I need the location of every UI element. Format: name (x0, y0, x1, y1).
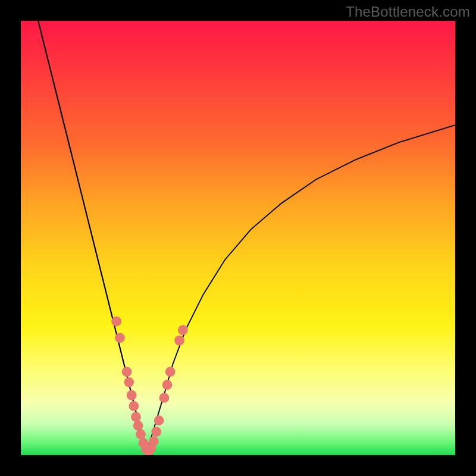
marker-point (127, 390, 137, 400)
marker-point (136, 430, 146, 440)
marker-point (129, 401, 139, 411)
marker-point (165, 367, 176, 377)
marker-point (133, 421, 143, 431)
marker-point (178, 325, 188, 335)
marker-group (111, 317, 187, 455)
marker-point (154, 415, 164, 425)
marker-point (149, 436, 159, 446)
marker-point (122, 367, 132, 377)
marker-point (162, 380, 173, 390)
marker-point (174, 336, 184, 346)
marker-point (115, 333, 125, 343)
curve-right (147, 125, 455, 451)
chart-frame: TheBottleneck.com (0, 0, 476, 476)
watermark-text: TheBottleneck.com (346, 4, 470, 20)
curve-svg (21, 21, 455, 455)
marker-point (151, 427, 161, 437)
marker-point (111, 317, 121, 327)
marker-point (124, 377, 134, 387)
marker-point (131, 412, 141, 422)
marker-point (159, 393, 170, 403)
plot-area (21, 21, 455, 455)
